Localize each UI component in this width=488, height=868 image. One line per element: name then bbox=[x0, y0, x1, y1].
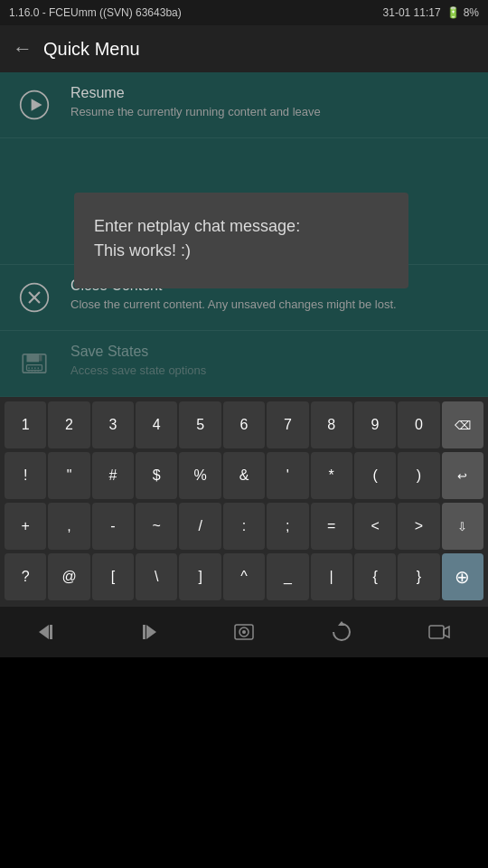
chat-dialog-text: Enter netplay chat message:This works! :… bbox=[94, 214, 389, 263]
key-equals[interactable]: = bbox=[311, 503, 352, 550]
chat-dialog: Enter netplay chat message:This works! :… bbox=[74, 193, 408, 288]
key-exclaim[interactable]: ! bbox=[5, 452, 46, 499]
key-lbracket[interactable]: [ bbox=[92, 553, 134, 600]
status-right: 31-01 11:17 🔋 8% bbox=[383, 6, 479, 19]
key-3[interactable]: 3 bbox=[92, 401, 134, 448]
svg-marker-1 bbox=[32, 99, 42, 111]
svg-marker-19 bbox=[146, 625, 156, 639]
svg-marker-26 bbox=[444, 627, 449, 637]
key-minus[interactable]: - bbox=[92, 503, 134, 550]
keyboard-section: 1 2 3 4 5 6 7 8 9 0 ⌫ ! " # $ % & ' * ( … bbox=[0, 397, 488, 607]
chat-row: Enter netplay chat message:This works! :… bbox=[0, 138, 488, 265]
save-states-text: Save States Access save state options bbox=[70, 344, 474, 379]
key-apostrophe[interactable]: ' bbox=[267, 452, 308, 499]
key-tilde[interactable]: ~ bbox=[136, 503, 177, 550]
key-1[interactable]: 1 bbox=[5, 401, 46, 448]
svg-point-16 bbox=[37, 370, 39, 372]
save-states-icon bbox=[14, 344, 54, 383]
svg-point-23 bbox=[242, 630, 246, 634]
key-comma[interactable]: , bbox=[48, 503, 89, 550]
key-lt[interactable]: < bbox=[354, 503, 396, 550]
key-percent[interactable]: % bbox=[179, 452, 221, 499]
key-at[interactable]: @ bbox=[48, 553, 89, 600]
key-9[interactable]: 9 bbox=[354, 401, 396, 448]
keyboard-row-3: + , - ~ / : ; = < > ⇩ bbox=[2, 502, 486, 551]
key-rbrace[interactable]: } bbox=[398, 553, 439, 600]
svg-point-9 bbox=[28, 367, 30, 369]
key-rbracket[interactable]: ] bbox=[179, 553, 221, 600]
svg-point-12 bbox=[37, 367, 39, 369]
key-plus[interactable]: + bbox=[5, 503, 46, 550]
status-left: 1.16.0 - FCEUmm ((SVN) 63643ba) bbox=[9, 6, 182, 19]
key-enter[interactable]: ↩ bbox=[442, 452, 483, 499]
svg-marker-17 bbox=[39, 625, 49, 639]
key-amp[interactable]: & bbox=[223, 452, 265, 499]
bottom-nav-bar bbox=[0, 607, 488, 657]
resume-icon bbox=[14, 85, 54, 125]
key-semicolon[interactable]: ; bbox=[267, 503, 308, 550]
key-rparen[interactable]: ) bbox=[398, 452, 439, 499]
key-special-plus[interactable]: ⊕ bbox=[442, 553, 483, 600]
resume-text: Resume Resume the currently running cont… bbox=[70, 85, 474, 120]
key-lparen[interactable]: ( bbox=[354, 452, 396, 499]
bottom-fastforward-button[interactable] bbox=[135, 620, 158, 644]
close-content-desc: Close the current content. Any unsaved c… bbox=[70, 297, 474, 313]
key-4[interactable]: 4 bbox=[136, 401, 177, 448]
key-6[interactable]: 6 bbox=[223, 401, 265, 448]
svg-point-11 bbox=[34, 367, 36, 369]
svg-point-13 bbox=[28, 370, 30, 372]
top-nav-bar: ← Quick Menu bbox=[0, 25, 488, 72]
svg-rect-25 bbox=[429, 626, 444, 638]
menu-item-resume[interactable]: Resume Resume the currently running cont… bbox=[0, 72, 488, 138]
keyboard-row-2: ! " # $ % & ' * ( ) ↩ bbox=[2, 451, 486, 500]
svg-rect-8 bbox=[39, 355, 42, 362]
svg-point-14 bbox=[32, 370, 33, 372]
key-question[interactable]: ? bbox=[5, 553, 46, 600]
svg-point-15 bbox=[34, 370, 36, 372]
key-hash[interactable]: # bbox=[92, 452, 134, 499]
svg-point-10 bbox=[32, 367, 33, 369]
close-content-icon bbox=[14, 278, 54, 317]
svg-rect-20 bbox=[143, 625, 145, 639]
key-underscore[interactable]: _ bbox=[267, 553, 308, 600]
keyboard: 1 2 3 4 5 6 7 8 9 0 ⌫ ! " # $ % & ' * ( … bbox=[0, 397, 488, 607]
bottom-video-button[interactable] bbox=[427, 620, 451, 644]
bottom-rotate-button[interactable] bbox=[330, 620, 353, 644]
save-states-desc: Access save state options bbox=[70, 363, 474, 379]
svg-rect-6 bbox=[27, 354, 40, 363]
resume-label: Resume bbox=[70, 85, 474, 101]
key-0[interactable]: 0 bbox=[398, 401, 439, 448]
bottom-screenshot-button[interactable] bbox=[232, 620, 256, 644]
page-title: Quick Menu bbox=[43, 39, 140, 60]
key-slash[interactable]: / bbox=[179, 503, 221, 550]
key-caret[interactable]: ^ bbox=[223, 553, 265, 600]
key-pipe[interactable]: | bbox=[311, 553, 352, 600]
menu-item-save-states[interactable]: Save States Access save state options bbox=[0, 331, 488, 397]
key-down[interactable]: ⇩ bbox=[442, 503, 483, 550]
key-lbrace[interactable]: { bbox=[354, 553, 396, 600]
back-button[interactable]: ← bbox=[13, 37, 33, 61]
key-backslash[interactable]: \ bbox=[136, 553, 177, 600]
svg-rect-18 bbox=[50, 625, 52, 639]
key-5[interactable]: 5 bbox=[179, 401, 221, 448]
bottom-rewind-button[interactable] bbox=[37, 620, 61, 644]
quick-menu-area: Resume Resume the currently running cont… bbox=[0, 72, 488, 397]
key-8[interactable]: 8 bbox=[311, 401, 352, 448]
keyboard-row-1: 1 2 3 4 5 6 7 8 9 0 ⌫ bbox=[2, 401, 486, 449]
resume-desc: Resume the currently running content and… bbox=[70, 104, 474, 120]
key-quote[interactable]: " bbox=[48, 452, 89, 499]
key-7[interactable]: 7 bbox=[267, 401, 308, 448]
key-star[interactable]: * bbox=[311, 452, 352, 499]
key-backspace[interactable]: ⌫ bbox=[442, 401, 483, 448]
key-gt[interactable]: > bbox=[398, 503, 439, 550]
keyboard-row-4: ? @ [ \ ] ^ _ | { } ⊕ bbox=[2, 552, 486, 601]
key-2[interactable]: 2 bbox=[48, 401, 89, 448]
key-dollar[interactable]: $ bbox=[136, 452, 177, 499]
key-colon[interactable]: : bbox=[223, 503, 265, 550]
save-states-label: Save States bbox=[70, 344, 474, 360]
status-bar: 1.16.0 - FCEUmm ((SVN) 63643ba) 31-01 11… bbox=[0, 0, 488, 25]
